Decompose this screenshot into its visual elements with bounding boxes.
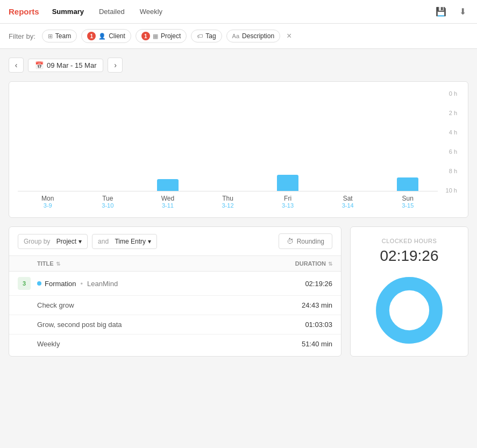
prev-date-button[interactable]: ‹: [9, 58, 24, 73]
duration-sort-icon[interactable]: [328, 261, 332, 267]
day-date: 3-10: [102, 202, 113, 209]
table-header: TITLE DURATION: [9, 256, 341, 272]
filter-bar: Filter by: ⊞ Team 1 👤 Client 1 ▦ Project…: [0, 24, 477, 49]
chart-column: Thu3-12: [198, 90, 258, 209]
table-row: 3 Formation • LeanMind 02:19:26: [9, 272, 341, 296]
chart-bar: [157, 179, 179, 191]
title-sort-icon[interactable]: [56, 261, 60, 267]
chart-y-axis: 10 h8 h6 h4 h2 h0 h: [446, 90, 459, 194]
filter-label: Filter by:: [9, 32, 35, 40]
duration-col: 02:19:26: [268, 280, 332, 288]
entry-value: Time Entry: [115, 238, 146, 245]
project-icon: ▦: [153, 33, 158, 40]
client-badge: 1: [87, 32, 96, 40]
tag-icon: 🏷: [197, 33, 203, 39]
chart-y-label: 10 h: [446, 187, 457, 194]
expand-button[interactable]: 3: [18, 277, 31, 290]
chart-col-label: Mon3-9: [41, 195, 54, 209]
next-date-button[interactable]: ›: [108, 58, 123, 73]
nav-right: 💾 ⬇: [433, 4, 468, 19]
calendar-icon: 📅: [35, 61, 44, 69]
rounding-label: Rounding: [297, 238, 324, 245]
project-color-dot: [37, 281, 41, 286]
day-name: Thu: [222, 195, 234, 202]
table-row: Check grow 24:43 min: [9, 296, 341, 315]
stats-section: CLOCKED HOURS 02:19:26: [350, 226, 468, 357]
rounding-button[interactable]: ⏱ Rounding: [279, 233, 332, 249]
save-button[interactable]: 💾: [433, 4, 448, 19]
team-icon: ⊞: [48, 33, 53, 40]
date-range-display[interactable]: 📅 09 Mar - 15 Mar: [28, 59, 103, 72]
filter-chip-team[interactable]: ⊞ Team: [42, 30, 77, 42]
chart-divider: [318, 191, 378, 191]
duration-header-label: DURATION: [295, 260, 326, 267]
day-date: 3-14: [342, 202, 354, 209]
chart-divider: [78, 191, 138, 191]
title-col-header: TITLE: [37, 260, 268, 267]
chart-y-label: 8 h: [446, 168, 457, 174]
chart-bar-wrapper: [154, 90, 181, 191]
title-col-sub: Weekly: [37, 340, 268, 348]
tab-summary[interactable]: Summary: [46, 4, 90, 19]
row-duration: 02:19:26: [305, 280, 332, 288]
bottom-section: Group by Project and Time Entry ⏱ Roundi…: [9, 226, 468, 357]
client-separator: •: [81, 280, 83, 288]
title-col: Formation • LeanMind: [37, 280, 268, 288]
clear-filters-button[interactable]: ×: [287, 31, 291, 41]
chart-col-label: Tue3-10: [102, 195, 113, 209]
clocked-time: 02:19:26: [359, 247, 459, 265]
chart-col-label: Thu3-12: [222, 195, 234, 209]
client-icon: 👤: [98, 33, 106, 40]
chart-column: Tue3-10: [78, 90, 138, 209]
filter-chip-tag[interactable]: 🏷 Tag: [191, 30, 222, 42]
chart-y-label: 2 h: [446, 110, 457, 116]
chart-bar-wrapper: [94, 90, 121, 191]
chart-col-label: Sat3-14: [342, 195, 354, 209]
duration-col-sub: 01:03:03: [268, 321, 332, 329]
chart-column: Fri3-13: [258, 90, 318, 209]
day-date: 3-9: [41, 202, 54, 209]
chart-col-label: Fri3-13: [282, 195, 294, 209]
bar-chart: Mon3-9Tue3-10Wed3-11Thu3-12Fri3-13Sat3-1…: [9, 81, 468, 218]
table-row: Grow, second post big data 01:03:03: [9, 315, 341, 335]
day-name: Fri: [282, 195, 294, 202]
desc-icon: Aa: [232, 33, 239, 39]
team-label: Team: [55, 32, 71, 40]
chart-bar: [277, 175, 298, 191]
filter-chip-client[interactable]: 1 👤 Client: [81, 29, 131, 43]
tab-weekly[interactable]: Weekly: [133, 4, 169, 19]
duration-col-sub: 51:40 min: [268, 340, 332, 348]
main-content: ‹ 📅 09 Mar - 15 Mar › Mon3-9Tue3-10Wed3-…: [0, 49, 477, 365]
chart-area: Mon3-9Tue3-10Wed3-11Thu3-12Fri3-13Sat3-1…: [18, 90, 459, 209]
table-controls: Group by Project and Time Entry ⏱ Roundi…: [9, 227, 341, 256]
date-navigation: ‹ 📅 09 Mar - 15 Mar ›: [9, 58, 468, 73]
chart-bar-wrapper: [274, 90, 301, 191]
filter-chip-project[interactable]: 1 ▦ Project: [136, 29, 187, 43]
duration-col-header: DURATION: [268, 260, 332, 267]
project-label: Project: [161, 32, 181, 40]
group-by-value: Project: [56, 238, 76, 245]
entry-label: and: [98, 238, 109, 245]
chart-bar-wrapper: [215, 90, 241, 191]
chart-divider: [18, 191, 78, 191]
filter-chip-description[interactable]: Aa Description: [226, 30, 281, 42]
download-button[interactable]: ⬇: [457, 4, 468, 19]
group-by-select[interactable]: Group by Project: [18, 234, 88, 249]
day-name: Tue: [102, 195, 113, 202]
title-col-sub: Check grow: [37, 301, 268, 309]
donut-chart: [374, 275, 444, 345]
chart-col-label: Wed3-11: [161, 195, 174, 209]
chart-bar-wrapper: [394, 90, 421, 191]
chart-divider: [198, 191, 258, 191]
svg-point-1: [382, 283, 436, 337]
project-badge: 1: [141, 32, 150, 40]
entries-table: Group by Project and Time Entry ⏱ Roundi…: [9, 226, 341, 357]
chart-bar: [397, 177, 418, 191]
sub-row-duration: 51:40 min: [302, 340, 332, 348]
tab-detailed[interactable]: Detailed: [92, 4, 131, 19]
group-by-label: Group by: [24, 238, 50, 245]
rounding-icon: ⏱: [287, 237, 294, 245]
top-nav: Reports Summary Detailed Weekly 💾 ⬇: [0, 0, 477, 24]
entry-type-select[interactable]: and Time Entry: [92, 234, 157, 249]
day-name: Sun: [402, 195, 414, 202]
